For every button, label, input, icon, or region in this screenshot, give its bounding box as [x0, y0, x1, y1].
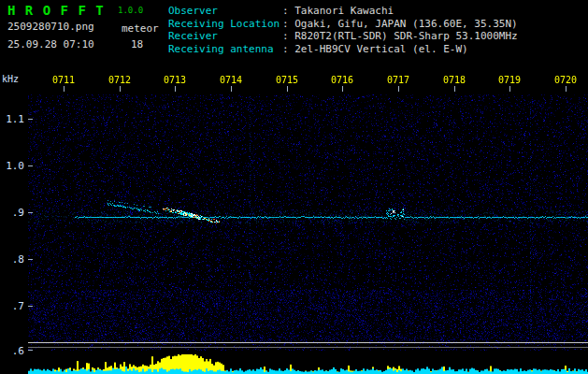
- info-row: Receiving antenna: 2el-HB9CV Vertical (e…: [168, 43, 518, 56]
- info-row: Receiving Location: Ogaki, Gifu, JAPAN (…: [168, 18, 518, 31]
- signal-meter-canvas: [28, 353, 588, 374]
- app-title: H R O F F T: [7, 3, 105, 18]
- echo-count: 18: [131, 38, 143, 50]
- spectrogram-canvas: [28, 70, 588, 352]
- time-tick-label: 0719: [494, 75, 525, 85]
- info-colon: :: [282, 5, 294, 17]
- time-tick-label: 0718: [438, 75, 470, 85]
- time-tick-label: 0716: [326, 75, 358, 85]
- app-version: 1.0.0: [118, 6, 143, 15]
- info-value: 2el-HB9CV Vertical (el. E-W): [294, 43, 467, 55]
- info-row: Receiver: R820T2(RTL-SDR) SDR-Sharp 53.1…: [168, 30, 518, 43]
- info-colon: :: [282, 43, 294, 55]
- info-label: Receiving Location: [168, 18, 282, 31]
- info-panel: Observer: Takanori KawachiReceiving Loca…: [168, 5, 518, 55]
- freq-tick-label: .8: [2, 253, 24, 266]
- info-colon: :: [282, 18, 294, 30]
- time-tick-label: 0712: [104, 75, 136, 85]
- info-row: Observer: Takanori Kawachi: [168, 5, 518, 18]
- freq-tick-label: 1.0: [2, 160, 24, 172]
- freq-tick-label: .7: [2, 300, 24, 312]
- hrofft-screen: H R O F F T 1.0.0 2509280710.png meteor …: [0, 0, 588, 374]
- freq-axis-unit: kHz: [2, 74, 19, 84]
- mode-label: meteor: [122, 22, 159, 35]
- time-tick-label: 0711: [48, 75, 79, 85]
- time-tick-label: 0720: [550, 75, 581, 85]
- info-label: Receiving antenna: [168, 43, 282, 56]
- time-tick-label: 0713: [159, 75, 191, 85]
- info-value: Ogaki, Gifu, JAPAN (136.60E, 35.35N): [294, 18, 517, 30]
- info-label: Receiver: [168, 30, 282, 43]
- info-value: R820T2(RTL-SDR) SDR-Sharp 53.1000MHz: [294, 30, 517, 42]
- time-tick-label: 0715: [271, 75, 303, 85]
- freq-tick-label: .9: [2, 207, 24, 219]
- freq-tick-label: 1.1: [2, 113, 24, 125]
- info-value: Takanori Kawachi: [294, 5, 394, 17]
- freq-tick-label: .6: [2, 345, 24, 357]
- time-tick-label: 0717: [382, 75, 414, 85]
- info-colon: :: [282, 30, 294, 42]
- timestamp: 25.09.28 07:10: [7, 38, 94, 50]
- time-tick-label: 0714: [215, 75, 247, 85]
- output-filename: 2509280710.png: [7, 21, 94, 33]
- info-label: Observer: [168, 5, 282, 18]
